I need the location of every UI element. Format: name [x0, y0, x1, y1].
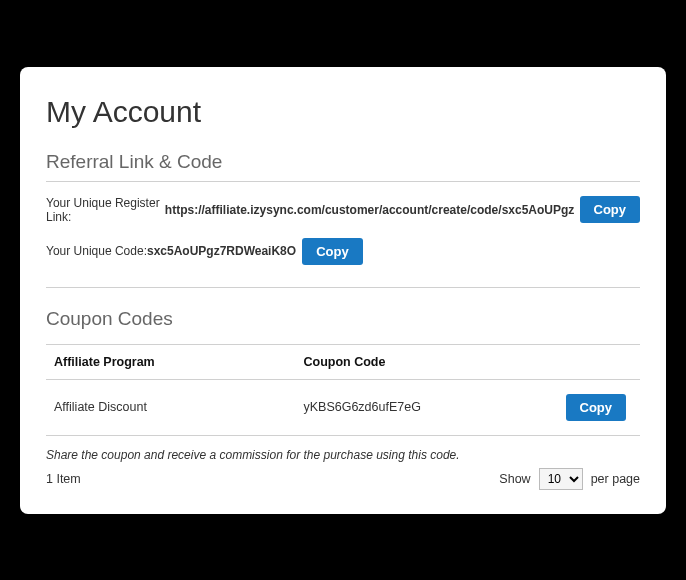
pager-show-label: Show	[499, 472, 530, 486]
page-size-select[interactable]: 10	[539, 468, 583, 490]
account-card: My Account Referral Link & Code Your Uni…	[20, 67, 666, 514]
pager: Show 10 per page	[499, 468, 640, 490]
col-program: Affiliate Program	[46, 344, 295, 379]
referral-heading: Referral Link & Code	[46, 151, 640, 182]
cell-code: yKBS6G6zd6ufE7eG	[295, 379, 550, 435]
col-code: Coupon Code	[295, 344, 550, 379]
coupons-table: Affiliate Program Coupon Code Affiliate …	[46, 344, 640, 436]
unique-code-label: Your Unique Code:	[46, 244, 147, 258]
table-row: Affiliate Discount yKBS6G6zd6ufE7eG Copy	[46, 379, 640, 435]
table-footer: 1 Item Show 10 per page	[46, 468, 640, 490]
copy-code-button[interactable]: Copy	[302, 238, 363, 265]
coupons-heading: Coupon Codes	[46, 308, 640, 338]
copy-coupon-button[interactable]: Copy	[566, 394, 627, 421]
item-count: 1 Item	[46, 472, 81, 486]
copy-link-button[interactable]: Copy	[580, 196, 641, 223]
cell-program: Affiliate Discount	[46, 379, 295, 435]
unique-code-value: sxc5AoUPgz7RDWeaiK8O	[147, 244, 296, 258]
register-link-label: Your Unique Register Link:	[46, 196, 165, 224]
page-title: My Account	[46, 95, 640, 129]
register-link-row: Your Unique Register Link: https://affil…	[46, 196, 640, 224]
register-link-value: https://affiliate.izysync.com/customer/a…	[165, 203, 574, 217]
pager-perpage-label: per page	[591, 472, 640, 486]
coupons-section: Coupon Codes Affiliate Program Coupon Co…	[46, 287, 640, 490]
coupon-note: Share the coupon and receive a commissio…	[46, 448, 640, 462]
unique-code-row: Your Unique Code: sxc5AoUPgz7RDWeaiK8O C…	[46, 238, 640, 265]
